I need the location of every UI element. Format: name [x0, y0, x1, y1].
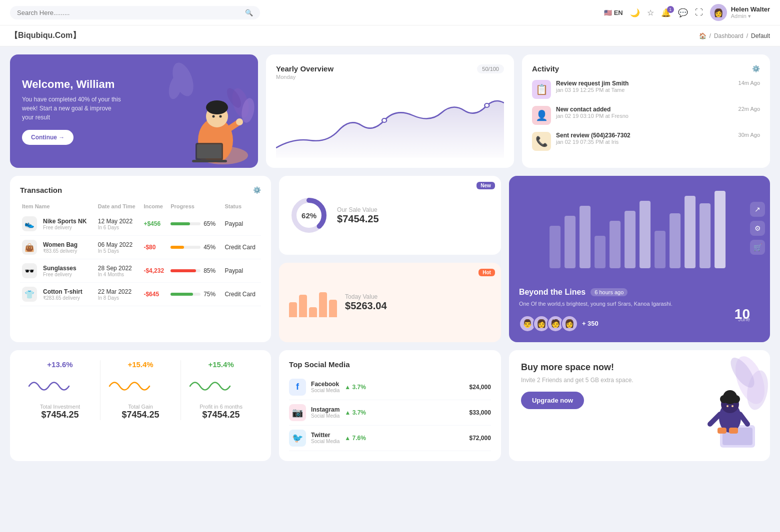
- social-val-2: $72,000: [470, 435, 491, 442]
- svg-rect-36: [722, 428, 752, 445]
- cell-progress-2: 85%: [168, 259, 222, 283]
- progress-pct-2: 85%: [204, 267, 216, 274]
- social-icon-2: 🐦: [289, 430, 306, 447]
- breadcrumb-dashboard[interactable]: Dashboard: [714, 32, 744, 39]
- cell-date-0: 12 May 2022 In 6 Days: [96, 212, 142, 236]
- svg-point-12: [236, 118, 243, 125]
- user-name: Helen Walter: [731, 5, 770, 13]
- search-bar[interactable]: 🔍: [10, 6, 260, 19]
- today-info: Today Value $5263.04: [345, 293, 386, 312]
- activity-settings-icon[interactable]: ⚙️: [752, 65, 760, 72]
- time-1: In 5 Days: [98, 248, 140, 254]
- social-pct-2: ▲ 7.6%: [344, 435, 366, 442]
- item-name-1: Women Bag: [43, 241, 78, 248]
- svg-point-10: [220, 115, 222, 118]
- search-input[interactable]: [17, 9, 241, 16]
- social-sub-2: Social Media: [311, 439, 340, 444]
- cell-item-3: 👕 Cotton T-shirt ₹283.65 delivery: [20, 283, 96, 306]
- svg-rect-23: [594, 236, 606, 268]
- dark-mode-toggle[interactable]: 🌙: [630, 8, 640, 17]
- chat-icon[interactable]: 💬: [678, 8, 688, 17]
- svg-rect-21: [564, 216, 576, 268]
- table-row: 🕶️ Sunglasses Free delivery 28 Sep 2022 …: [20, 259, 261, 283]
- social-media-card: Top Social Media f Facebook Social Media…: [279, 350, 501, 461]
- expand-icon[interactable]: ⛶: [695, 8, 703, 17]
- breadcrumb-bar: 【Biqubiqu.Com】 🏠 / Dashboard / Default: [0, 25, 780, 46]
- social-item: 📷 Instagram Social Media ▲ 3.7% $33,000: [289, 400, 491, 426]
- top-row: Welcome, William You have completed 40% …: [0, 46, 780, 176]
- activity-item-time-1: 22m Ago: [738, 106, 760, 112]
- beyond-time: 6 hours ago: [590, 288, 628, 296]
- stat-item-0: +13.6% Total Investment $7454.25: [20, 360, 100, 420]
- breadcrumb-home-icon: 🏠: [699, 32, 706, 39]
- star-icon[interactable]: ☆: [647, 8, 654, 17]
- beyond-title: Beyond the Lines: [519, 288, 586, 297]
- svg-rect-30: [700, 203, 710, 268]
- today-value: $5263.04: [345, 300, 386, 312]
- yearly-subtitle: Monday: [276, 74, 334, 80]
- progress-pct-1: 45%: [204, 244, 216, 251]
- svg-point-37: [719, 403, 741, 433]
- mini-bar-chart: [289, 287, 337, 317]
- user-menu[interactable]: 👩 Helen Walter Admin ▾: [710, 4, 770, 21]
- date-0: 12 May 2022: [98, 218, 140, 225]
- welcome-illustration: [158, 54, 258, 168]
- activity-img-0: 📋: [532, 80, 551, 99]
- table-row: 👜 Women Bag ₹83.65 delivery 06 May 2022 …: [20, 236, 261, 259]
- progress-pct-3: 75%: [204, 291, 216, 298]
- activity-list: 📋 Review request jim Smith jan 03 19 12:…: [532, 80, 760, 151]
- stats-container: +13.6% Total Investment $7454.25 +15.4% …: [20, 360, 261, 420]
- transaction-settings-icon[interactable]: ⚙️: [253, 186, 261, 194]
- hot-badge: Hot: [478, 269, 495, 276]
- activity-item-sub-1: jan 02 19 03:10 PM at Fresno: [556, 113, 628, 119]
- cell-item-1: 👜 Women Bag ₹83.65 delivery: [20, 236, 96, 259]
- social-pct-1: ▲ 3.7%: [344, 409, 366, 416]
- avatar-4: 👩: [561, 315, 578, 332]
- svg-line-47: [740, 414, 748, 424]
- social-sub-1: Social Media: [311, 413, 340, 419]
- continue-button[interactable]: Continue →: [22, 130, 74, 145]
- upgrade-button[interactable]: Upgrade now: [521, 392, 584, 409]
- beyond-section: ↗ ⚙ 🛒 Beyond the Lines 6 hours ago One O…: [509, 176, 770, 342]
- stat-pct-2: +15.4%: [185, 360, 257, 369]
- activity-card: Activity ⚙️ 📋 Review request jim Smith j…: [522, 54, 770, 168]
- svg-rect-38: [718, 428, 726, 434]
- social-list: f Facebook Social Media ▲ 3.7% $24,000 📷…: [289, 375, 491, 451]
- welcome-body: You have completed 40% of your this week…: [22, 95, 122, 122]
- item-icon-1: 👜: [22, 240, 37, 255]
- bar1: [289, 302, 297, 317]
- item-icon-3: 👕: [22, 287, 37, 302]
- item-sub-3: ₹283.65 delivery: [43, 295, 82, 301]
- breadcrumb-default[interactable]: Default: [751, 32, 770, 39]
- breadcrumb-sep2: /: [746, 32, 748, 39]
- svg-point-16: [382, 118, 386, 122]
- cell-income-2: -$4,232: [142, 259, 168, 283]
- svg-point-40: [721, 395, 739, 413]
- progress-fill-3: [170, 293, 193, 296]
- progress-bar-1: [170, 246, 200, 249]
- donut-chart: 62%: [289, 195, 329, 235]
- social-name-0: Facebook: [311, 381, 340, 388]
- activity-item-title-2: Sent review (504)236-7302: [556, 132, 630, 139]
- transaction-body: 👟 Nike Sports NK Free delivery 12 May 20…: [20, 212, 261, 306]
- date-2: 28 Sep 2022: [98, 265, 140, 272]
- svg-point-8: [206, 100, 228, 114]
- table-row: 👕 Cotton T-shirt ₹283.65 delivery 22 Mar…: [20, 283, 261, 306]
- today-value-card: Hot Today Value $5263.04: [279, 263, 501, 342]
- sale-stack: New 62% Our Sale Value $7454.25 Hot: [279, 176, 501, 342]
- social-icon-0: f: [289, 379, 306, 396]
- item-sub-1: ₹83.65 delivery: [43, 248, 78, 254]
- bell-icon[interactable]: 🔔 1: [661, 8, 671, 17]
- svg-rect-20: [550, 226, 560, 268]
- col-progress: Progress: [168, 200, 222, 212]
- chart-share-icon[interactable]: ↗: [750, 202, 765, 217]
- cell-progress-3: 75%: [168, 283, 222, 306]
- chart-settings-icon[interactable]: ⚙: [750, 221, 765, 236]
- buy-title: Buy more space now!: [521, 362, 758, 373]
- sale-value-card: New 62% Our Sale Value $7454.25: [279, 176, 501, 255]
- chart-cart-icon[interactable]: 🛒: [750, 240, 765, 255]
- stat-chart-0: [24, 374, 96, 399]
- language-selector[interactable]: 🇺🇸 EN: [604, 9, 623, 16]
- social-title: Top Social Media: [289, 360, 491, 369]
- svg-rect-25: [624, 211, 636, 268]
